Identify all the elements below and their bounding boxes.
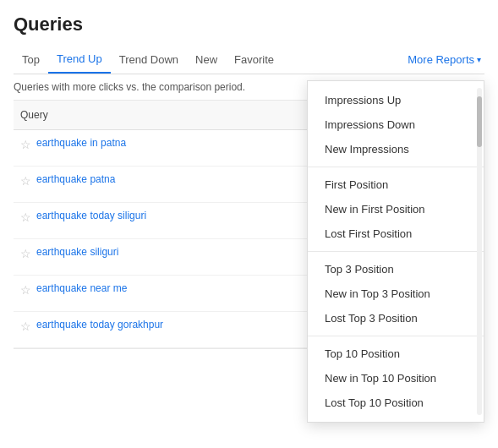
dropdown-item-lost-top3[interactable]: Lost Top 3 Position (308, 306, 484, 331)
tab-favorite[interactable]: Favorite (226, 46, 282, 73)
query-cell: ☆ earthquake siliguri (14, 244, 341, 262)
dropdown-scrollbar-track (477, 88, 482, 415)
query-name[interactable]: earthquake siliguri (36, 246, 118, 258)
tab-trend-down[interactable]: Trend Down (111, 46, 187, 73)
tabs-row: Top Trend Up Trend Down New Favorite Mor… (14, 46, 484, 74)
query-cell: ☆ earthquake today gorakhpur (14, 317, 341, 335)
star-icon[interactable]: ☆ (20, 210, 31, 224)
query-name[interactable]: earthquake today siliguri (36, 210, 146, 221)
query-cell: ☆ earthquake in patna (14, 135, 341, 153)
dropdown-item-first-position[interactable]: First Position (308, 172, 484, 197)
dropdown-scrollbar-thumb[interactable] (477, 96, 482, 147)
query-name[interactable]: earthquake today gorakhpur (36, 319, 163, 331)
tab-trend-up[interactable]: Trend Up (48, 46, 111, 74)
dropdown-divider-2 (308, 251, 484, 252)
query-name[interactable]: earthquake patna (36, 173, 115, 185)
col-query-header: Query (14, 106, 341, 124)
dropdown-divider-3 (308, 336, 484, 336)
tab-top[interactable]: Top (14, 46, 48, 73)
dropdown-item-new-in-top3[interactable]: New in Top 3 Position (308, 281, 484, 306)
more-reports-dropdown: Impressions Up Impressions Down New Impr… (307, 80, 484, 423)
query-name[interactable]: earthquake near me (36, 282, 127, 294)
star-icon[interactable]: ☆ (20, 174, 31, 188)
query-name[interactable]: earthquake in patna (36, 137, 126, 149)
query-cell: ☆ earthquake patna (14, 172, 341, 189)
dropdown-item-new-in-first-position[interactable]: New in First Position (308, 197, 484, 221)
star-icon[interactable]: ☆ (20, 247, 31, 260)
dropdown-item-new-impressions[interactable]: New Impressions (308, 137, 484, 161)
star-icon[interactable]: ☆ (20, 138, 31, 151)
star-icon[interactable]: ☆ (20, 283, 31, 297)
page-title: Queries (14, 14, 484, 36)
dropdown-item-top10-position[interactable]: Top 10 Position (308, 341, 484, 366)
more-reports-label: More Reports (408, 53, 474, 66)
star-icon[interactable]: ☆ (20, 320, 31, 333)
dropdown-item-new-in-top10[interactable]: New in Top 10 Position (308, 366, 484, 391)
dropdown-item-lost-first-position[interactable]: Lost First Position (308, 221, 484, 246)
dropdown-divider-1 (308, 167, 484, 167)
dropdown-item-top3-position[interactable]: Top 3 Position (308, 257, 484, 281)
tab-new[interactable]: New (187, 46, 226, 73)
dropdown-item-impressions-up[interactable]: Impressions Up (308, 88, 484, 112)
dropdown-item-impressions-down[interactable]: Impressions Down (308, 112, 484, 137)
more-reports-button[interactable]: More Reports ▾ Impressions Up Impression… (404, 46, 484, 73)
query-cell: ☆ earthquake near me (14, 281, 341, 298)
dropdown-item-lost-top10[interactable]: Lost Top 10 Position (308, 391, 484, 415)
chevron-down-icon: ▾ (477, 55, 481, 64)
query-cell: ☆ earthquake today siliguri (14, 208, 341, 226)
